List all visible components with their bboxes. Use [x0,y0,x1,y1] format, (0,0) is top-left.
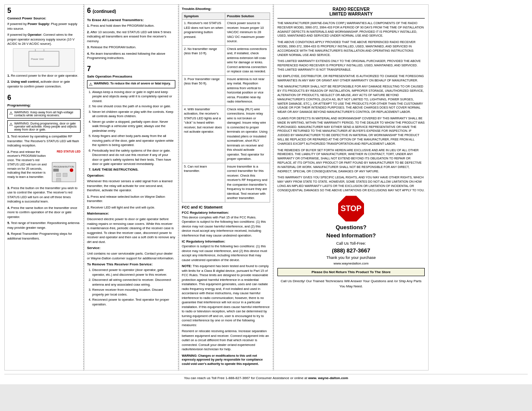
technicians-text: Call Us Directly! Our Trained Technician… [277,279,425,289]
section-7-num: 7 [87,65,175,73]
operation-title: Operation: [87,174,175,177]
col4: RADIO RECEIVER LIMITED WARRANTY THE MANU… [274,4,429,371]
remove-step-2: Disconnect all wiring connected to recei… [92,278,175,287]
solution-5: Insure transmitter is a correct transmit… [225,163,270,202]
op-step2: 2. Receiver LED will light and the unit … [87,206,175,210]
erase-step4: 4. Re-learn transmitters as needed follo… [87,52,175,61]
op-step1: 1. Press and release selected button on … [87,195,175,204]
red-status-label: RED STATUS LED [50,150,81,153]
website-text: www.waynedalton.com [277,262,425,265]
maintenance-text: Disconnect electric power to door or gat… [87,217,175,244]
trouble-table: Symptom Possible Solution 1. Receiver's … [182,12,270,202]
fcc-reg-title: FCC Regulatory Information: [182,211,270,215]
symptom-5: 5. Can not learn transmitter. [182,163,225,202]
warranty-para-2: THE ABOVE CONDITIONS APPLY PROVIDED THAT… [277,40,425,57]
fcc-reg-text: This device complies with Part 15 of the… [182,215,270,238]
solution-3: Insure antenna is not near any metal. Re… [225,75,270,106]
safe-title: Safe Operation Precautions [87,75,175,78]
radio-receiver-title: RADIO RECEIVER LIMITED WARRANTY [277,7,425,19]
ic-reg-text: Operation is subject to the following tw… [182,244,270,262]
warning-box-1: ⚠ WARNING: Keep away from all high-volta… [7,109,81,118]
trouble-row-5: 5. Can not learn transmitter. Insure tra… [182,163,270,202]
step1-text: 1. Re-connect power to the door or gate … [7,74,81,78]
safe-step-1: Always keep a moving door or gate in sig… [92,90,175,104]
symptom-3: 3. Poor transmitter range (less than 50 … [182,75,225,106]
remove-step-3: Remove receiver from mounting location. … [92,288,175,297]
warning-icon-2: ⚠ [9,122,13,127]
col2: 6 (continued) To Erase All Learned Trans… [84,4,179,371]
maintenance-title: Maintenance: [87,212,175,215]
warning-safe-text: WARNING: To reduce the risk of severe or… [94,82,171,85]
warning-icon-1: ⚠ [9,111,13,115]
operator-intro: If powered by Operator: Connect wires to… [7,33,81,47]
safe-step-6: Periodically test the safety systems of … [92,149,175,167]
footer-text: You can reach us Toll Free 1-888-827-366… [184,376,307,380]
stop-section: STOP Questions? Need Information? Call U… [277,196,425,289]
safe-step-5: Keep fingers and other body parts away f… [92,134,175,148]
safe-step-7: SAVE THESE INSTRUCTIONS. [92,168,175,172]
svg-point-7 [70,168,73,172]
fcc-main-title: FCC and IC Statement [182,205,270,209]
trouble-row-3: 3. Poor transmitter range (less than 50 … [182,75,270,106]
note-bold: NOTE: [182,264,192,268]
return-box: Please Do Not Return This Product To The… [277,268,425,276]
warranty-para-4: NO EMPLOYEE, DISTRIBUTOR, OR REPRESENTAT… [277,74,425,83]
warranty-para-7: THE REMEDIES OF BUYER SET FORTH HEREIN A… [277,148,425,174]
spacer [7,90,81,94]
solution-header: Possible Solution [225,13,270,20]
call-label: Call Us Toll-Free: [277,241,425,246]
erase-step2: 2. After 10 seconds, the red STATUS LED … [87,30,175,44]
thank-you-text: Thank you for your purchase [277,255,425,260]
footer-url: www. wayne-dalton.com [308,376,348,380]
svg-text:PROGRAM BUTTON: PROGRAM BUTTON [53,165,74,168]
safe-step-4: Never go under a stopped, partially open… [92,120,175,134]
symptom-1: 1. Receiver's red STATUS LED does not tu… [182,20,225,46]
service-title: Service: [87,246,175,250]
warranty-para-1: THE MANUFACTURER (WAYNE-DALTON CORP.) WA… [277,21,425,38]
symptom-header: Symptom [182,13,225,20]
led-image: RED STATUS LED PROGRAM BUTTON [50,150,81,185]
warning-box-2: ⚠ WARNING: During programming, door or g… [7,120,81,133]
svg-rect-8 [56,173,61,177]
test-step1: 1. Test receiver by operating a compatib… [7,134,81,148]
col3: Trouble-Shooting: Symptom Possible Solut… [179,4,274,371]
section-6-title: Programming: [7,103,81,107]
solution-1: Check power source to receiver. Insure p… [225,20,270,46]
receiver-diagram: PROGRAM BUTTON [50,154,78,184]
power-supply-intro: If powered by Power Supply: Plug power s… [7,22,81,31]
test-step4: 4. Press the same button on the transmit… [7,206,81,220]
safe-step-3: Never let children operate or play with … [92,110,175,119]
erase-step1: 1. Press and hold down the PROGRAM butto… [87,24,175,28]
solution-4: Check relay (RLY) wire connections. Insu… [225,106,270,163]
svg-text:Power Unit: Power Unit [31,58,44,60]
erase-step3: 3. Release the PROGRAM button. [87,45,175,50]
symptom-2: 2. No transmitter range (less than 10 ft… [182,45,225,75]
svg-rect-9 [63,173,67,177]
prog-diagram-area: 2. Press and release the receiver's PROG… [7,150,81,185]
svg-rect-6 [53,169,59,171]
trouble-row-1: 1. Receiver's red STATUS LED does not tu… [182,20,270,46]
warranty-para-3: THIS LIMITED WARRANTY EXTENDS ONLY TO TH… [277,59,425,72]
questions-title: Questions? [277,224,425,230]
solution-2: Check antenna connections and, if instal… [225,45,270,75]
col1: 5 Connect Power Source: If powered by Po… [4,4,84,371]
trouble-row-4: 4. With transmitter activation, the rece… [182,106,270,163]
operation-text: Whenever this receiver senses a valid si… [87,179,175,193]
step2-text: 2. Using wall control, activate door or … [7,80,81,89]
trouble-title: Trouble-Shooting: [182,7,270,11]
main-content: 5 Connect Power Source: If powered by Po… [4,4,528,371]
symptom-4: 4. With transmitter activation, the rece… [182,106,225,163]
safe-steps-list: Always keep a moving door or gate in sig… [87,90,175,172]
section-5-title: Connect Power Source: [7,16,81,20]
page-container: 5 Connect Power Source: If powered by Po… [0,0,532,384]
erase-title: To Erase All Learned Transmitters: [87,18,175,22]
warning-changes: WARNING: Changes or modifications to thi… [182,354,270,366]
call-number: (888) 827-3667 [277,247,425,254]
warning-icon-safe: ⚠ [89,82,93,87]
test-step5: 5. Test range of transmitter. Reposition… [7,221,81,230]
warning-text-2: WARNING: During programming, door or gat… [14,122,79,131]
remove-steps-list: Disconnect power to operator (door opera… [87,268,175,307]
remove-step-4: Reconnect power to operator. Test operat… [92,298,175,307]
footer: You can reach us Toll Free 1-888-827-366… [4,374,528,380]
section-6-cont-label: (continued) [93,9,116,14]
